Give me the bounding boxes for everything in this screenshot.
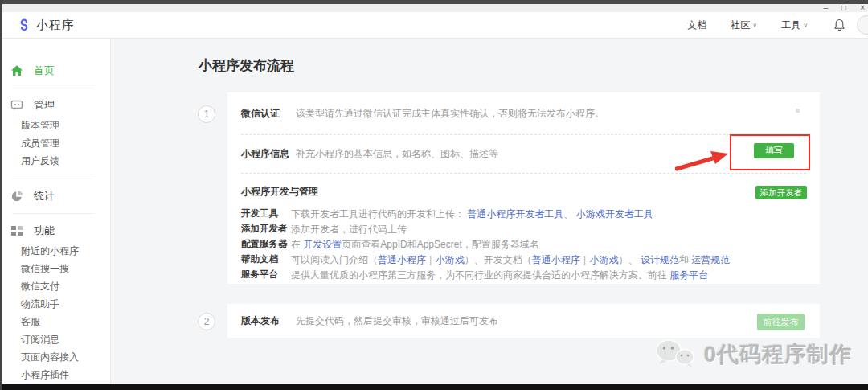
minimize-button[interactable]: – — [824, 5, 829, 11]
dev-row: 服务平台提供大量优质的小程序第三方服务，为不同行业的商家提供合适的小程序解决方案… — [241, 269, 806, 284]
dev-row-desc: 提供大量优质的小程序第三方服务，为不同行业的商家提供合适的小程序解决方案。前往 … — [291, 269, 708, 282]
dev-row-label: 配置服务器 — [241, 238, 291, 250]
doc-link[interactable]: 普通小程序 — [378, 254, 426, 265]
go-publish-button-disabled: 前往发布 — [757, 314, 805, 330]
logo-text: 小程序 — [36, 18, 75, 33]
sidebar-subitem[interactable]: 微信搜一搜 — [2, 260, 110, 277]
dev-row-label: 帮助文档 — [241, 253, 291, 265]
manage-submenu: 版本管理成员管理用户反馈 — [2, 117, 110, 170]
doc-link[interactable]: 运营规范 — [691, 254, 730, 265]
divider — [12, 88, 94, 88]
nav-docs[interactable]: 文档 — [687, 18, 706, 32]
dev-section-title: 小程序开发与管理 — [241, 185, 806, 199]
desc-text: 、 — [563, 208, 575, 220]
auth-desc: 该类型请先通过微信认证完成主体真实性确认，否则将无法发布小程序。 — [296, 107, 604, 121]
step-1-badge: 1 — [198, 105, 215, 123]
dev-row-desc: 下载开发者工具进行代码的开发和上传： 普通小程序开发者工具、 小游戏开发者工具 — [291, 207, 653, 221]
doc-link[interactable]: 服务平台 — [669, 269, 708, 281]
home-icon — [10, 64, 23, 77]
dev-row: 配置服务器在 开发设置页面查看AppID和AppSecret，配置服务器域名 — [241, 238, 806, 253]
sidebar-subitem[interactable]: 物流助手 — [2, 295, 110, 313]
doc-link[interactable]: 设计规范 — [641, 254, 679, 265]
sidebar-item-home[interactable]: 首页 — [2, 63, 110, 79]
auth-label: 微信认证 — [241, 107, 296, 121]
window-bottom-edge — [0, 384, 868, 390]
nav-tools-label: 工具 — [781, 18, 800, 32]
auth-detail-icon[interactable] — [796, 109, 800, 113]
grid-icon — [10, 224, 23, 237]
dev-row-desc: 在 开发设置页面查看AppID和AppSecret，配置服务器域名 — [291, 238, 539, 252]
divider — [12, 179, 94, 179]
mini-program-logo-icon — [18, 18, 31, 31]
sidebar-home-label: 首页 — [34, 64, 55, 78]
sidebar-item-stats[interactable]: 统计 — [2, 188, 110, 204]
annotation-arrow-icon — [675, 147, 733, 173]
close-button[interactable]: × — [860, 5, 865, 11]
divider — [12, 213, 94, 214]
doc-link[interactable]: 小游戏 — [590, 254, 619, 265]
doc-link[interactable]: 普通小程序 — [532, 254, 580, 265]
desc-text: 页面查看AppID和AppSecret，配置服务器域名 — [342, 239, 538, 250]
window-titlebar: – □ × — [0, 4, 868, 12]
features-submenu: 附近的小程序微信搜一搜微信支付物流助手客服订阅消息页面内容接入小程序插件 — [2, 242, 110, 384]
sidebar-subitem[interactable]: 用户反馈 — [2, 152, 110, 170]
nav-tools[interactable]: 工具 ∨ — [781, 18, 808, 32]
sidebar-subitem[interactable]: 小程序插件 — [2, 366, 110, 384]
dev-management-section: 小程序开发与管理 开发工具下载开发者工具进行代码的开发和上传： 普通小程序开发者… — [241, 174, 806, 284]
sidebar-subitem[interactable]: 页面内容接入 — [2, 348, 110, 366]
logo[interactable]: 小程序 — [18, 18, 75, 33]
dev-rows: 开发工具下载开发者工具进行代码的开发和上传： 普通小程序开发者工具、 小游戏开发… — [241, 207, 806, 284]
desc-text: 在 — [291, 239, 303, 250]
doc-link[interactable]: 小游戏 — [436, 254, 465, 265]
release-desc: 先提交代码，然后提交审核，审核通过后可发布 — [296, 314, 498, 328]
sidebar-item-features[interactable]: 功能 — [2, 223, 110, 239]
maximize-button[interactable]: □ — [841, 5, 846, 11]
sidebar-manage-label: 管理 — [34, 98, 55, 113]
doc-link[interactable]: 开发设置 — [303, 239, 342, 250]
step-2-badge: 2 — [198, 313, 215, 330]
window-top-edge — [0, 0, 868, 4]
chevron-down-icon: ∨ — [752, 22, 757, 29]
annotation-red-box — [730, 134, 810, 170]
watermark: 0代码程序制作 — [653, 338, 852, 372]
sidebar: 首页 管理 版本管理成员管理用户反馈 统计 功能 — [2, 39, 111, 384]
nav-community-label: 社区 — [731, 18, 750, 32]
doc-link[interactable]: 普通小程序开发者工具 — [467, 208, 563, 220]
step-1-card: 微信认证 该类型请先通过微信认证完成主体真实性确认，否则将无法发布小程序。 小程… — [227, 92, 820, 284]
nav-community[interactable]: 社区 ∨ — [731, 18, 757, 32]
sidebar-subitem[interactable]: 客服 — [2, 313, 110, 330]
dev-row-desc: 可以阅读入门介绍（普通小程序｜小游戏）、开发文档（普通小程序｜小游戏）、 设计规… — [291, 253, 730, 267]
avatar[interactable] — [857, 15, 868, 35]
chevron-down-icon: ∨ — [803, 22, 808, 29]
sidebar-subitem[interactable]: 附近的小程序 — [2, 242, 110, 260]
sidebar-stats-label: 统计 — [34, 189, 55, 203]
dev-row: 开发工具下载开发者工具进行代码的开发和上传： 普通小程序开发者工具、 小游戏开发… — [241, 207, 806, 223]
header-nav: 文档 社区 ∨ 工具 ∨ — [687, 18, 808, 32]
wechat-auth-row: 微信认证 该类型请先通过微信认证完成主体真实性确认，否则将无法发布小程序。 — [241, 92, 806, 135]
doc-link[interactable]: 小游戏开发者工具 — [576, 208, 653, 220]
page-title: 小程序发布流程 — [199, 56, 294, 75]
dev-row: 帮助文档可以阅读入门介绍（普通小程序｜小游戏）、开发文档（普通小程序｜小游戏）、… — [241, 253, 806, 269]
desc-text: ｜ — [426, 254, 436, 265]
desc-text: 和 — [679, 254, 691, 265]
desc-text: ｜ — [580, 254, 590, 265]
manage-icon — [10, 99, 23, 112]
sidebar-item-manage[interactable]: 管理 — [2, 97, 110, 113]
pie-chart-icon — [10, 190, 23, 203]
dev-row-label: 开发工具 — [241, 207, 291, 220]
sidebar-features-label: 功能 — [34, 224, 55, 238]
desc-text: 添加开发者，进行代码上传 — [291, 224, 407, 235]
add-developer-button[interactable]: 添加开发者 — [755, 186, 807, 199]
info-label: 小程序信息 — [241, 147, 296, 161]
sidebar-subitem[interactable]: 成员管理 — [2, 134, 110, 152]
sidebar-subitem[interactable]: 微信支付 — [2, 277, 110, 295]
sidebar-subitem[interactable]: 订阅消息 — [2, 330, 110, 348]
step-2-card: 版本发布 先提交代码，然后提交审核，审核通过后可发布 — [227, 304, 820, 338]
notification-bell[interactable] — [833, 18, 845, 31]
desc-text: ）、开发文档（ — [465, 254, 532, 265]
watermark-text: 0代码程序制作 — [704, 340, 852, 369]
sidebar-subitem[interactable]: 版本管理 — [2, 117, 110, 134]
desc-text: 下载开发者工具进行代码的开发和上传： — [291, 208, 467, 220]
dev-row-label: 服务平台 — [241, 269, 291, 281]
dev-row-desc: 添加开发者，进行代码上传 — [291, 223, 407, 236]
